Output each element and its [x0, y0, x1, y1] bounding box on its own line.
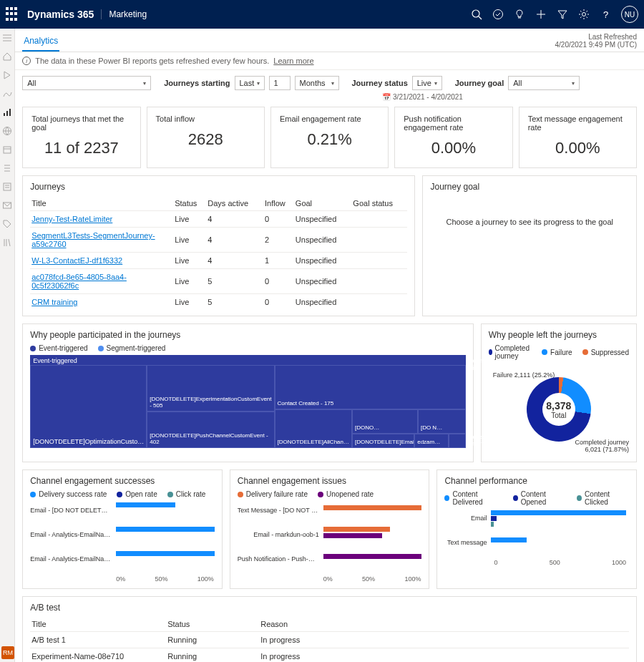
table-row[interactable]: A/B test 1RunningIn progress: [30, 632, 629, 648]
svg-rect-9: [9, 109, 11, 116]
donut-chart[interactable]: Failure 2,111 (25.2%) 8,378Total Complet…: [489, 363, 629, 456]
kpi-card: Total inflow2628: [147, 107, 265, 168]
tab-bar: Analytics: [15, 29, 644, 52]
search-icon[interactable]: [471, 9, 482, 20]
date-range: 📅 3/21/2021 - 4/20/2021: [201, 92, 644, 107]
svg-line-1: [479, 16, 482, 19]
table-row[interactable]: SegmentL3Tests-SegmentJourney-a59c2760Li…: [30, 228, 407, 253]
journeys-table: Title Status Days active Inflow Goal Goa…: [30, 196, 407, 310]
goal-panel-title: Journey goal: [430, 182, 629, 192]
filter-goal-dropdown[interactable]: All▾: [508, 76, 580, 90]
home-icon[interactable]: [2, 52, 12, 62]
journeys-panel: Journeys Title Status Days active Inflow…: [22, 175, 415, 316]
app-title: Dynamics 365: [27, 9, 94, 20]
journeys-title: Journeys: [30, 182, 407, 192]
info-text: The data in these Power BI reports gets …: [35, 57, 269, 65]
hamburger-icon[interactable]: [2, 33, 12, 43]
info-bar: i The data in these Power BI reports get…: [15, 52, 644, 70]
chevron-down-icon: ▾: [143, 80, 146, 87]
info-icon: i: [22, 57, 31, 65]
performance-panel: Channel performance Content Delivered Co…: [436, 469, 637, 589]
nav-rail: [0, 29, 15, 662]
filter-status-label: Journey status: [352, 79, 408, 87]
help-icon[interactable]: ?: [600, 9, 611, 20]
library-icon[interactable]: [2, 238, 12, 248]
table-row[interactable]: Experiment-Name-08e710RunningIn progress: [30, 648, 629, 663]
performance-chart[interactable]: Email Text message 05001000: [444, 510, 629, 566]
journey-link[interactable]: ac078fcd-8e65-4805-8aa4-0c5f23062f6c: [31, 273, 127, 290]
kpi-card: Total journeys that met the goal11 of 22…: [22, 107, 140, 168]
issues-chart[interactable]: Text Message - [DO NOT DEL… Email - mark…: [238, 502, 422, 583]
kpi-card: Push notification engagement rate0.00%: [394, 107, 512, 168]
svg-text:?: ?: [603, 9, 608, 20]
participated-panel: Why people participated in the journeys …: [22, 323, 474, 462]
form-icon[interactable]: [2, 182, 12, 192]
filter-status-dropdown[interactable]: Live▾: [412, 76, 442, 90]
list-icon[interactable]: [2, 163, 12, 173]
main-content: Last Refreshed 4/20/2021 9:49 PM (UTC) A…: [15, 29, 644, 662]
user-avatar[interactable]: NU: [621, 6, 638, 23]
journey-link[interactable]: W-L3-ContactEJ-df1f6332: [31, 256, 122, 265]
table-row[interactable]: ac078fcd-8e65-4805-8aa4-0c5f23062f6cLive…: [30, 269, 407, 294]
journey-icon[interactable]: [2, 89, 12, 99]
filters-row: All▾ Journeys starting Last▾ 1 Months▾ J…: [15, 70, 644, 92]
svg-rect-11: [4, 147, 11, 153]
journey-link[interactable]: Jenny-Test-RateLimiter: [31, 215, 112, 223]
svg-rect-8: [6, 111, 8, 116]
journey-goal-panel: Journey goal Choose a journey to see its…: [422, 175, 637, 316]
journey-link[interactable]: CRM training: [31, 298, 77, 306]
kpi-card: Email engagement rate0.21%: [270, 107, 389, 168]
table-row[interactable]: CRM trainingLive50Unspecified: [30, 294, 407, 311]
gear-icon[interactable]: [578, 9, 590, 20]
analytics-icon[interactable]: [2, 107, 12, 117]
app-launcher-icon[interactable]: [6, 7, 20, 21]
svg-rect-7: [4, 113, 5, 116]
kpi-row: Total journeys that met the goal11 of 22…: [15, 107, 644, 168]
filter-journeys-starting-label: Journeys starting: [164, 79, 230, 87]
task-icon[interactable]: [492, 9, 504, 20]
svg-point-5: [582, 13, 586, 16]
successes-chart[interactable]: Email - [DO NOT DELETE] L3 … Email - Ana…: [30, 502, 215, 583]
issues-panel: Channel engagement issues Delivery failu…: [230, 469, 430, 589]
table-row[interactable]: Jenny-Test-RateLimiterLive40Unspecified: [30, 211, 407, 228]
left-journeys-panel: Why people left the journeys Completed j…: [481, 323, 637, 462]
tag-icon[interactable]: [2, 219, 12, 229]
svg-point-2: [494, 10, 503, 19]
journey-link[interactable]: SegmentL3Tests-SegmentJourney-a59c2760: [31, 231, 155, 248]
filter-last-dropdown[interactable]: Last▾: [235, 76, 265, 90]
last-refreshed: Last Refreshed 4/20/2021 9:49 PM (UTC): [555, 33, 638, 49]
table-row[interactable]: W-L3-ContactEJ-df1f6332Live41Unspecified: [30, 253, 407, 269]
kpi-card: Text message engagement rate0.00%: [519, 107, 637, 168]
filter-all-dropdown[interactable]: All▾: [22, 76, 151, 90]
global-header: Dynamics 365 Marketing ? NU: [0, 0, 644, 29]
successes-panel: Channel engagement successes Delivery su…: [22, 469, 223, 589]
module-name: Marketing: [101, 9, 147, 19]
rm-badge[interactable]: RM: [1, 646, 14, 659]
filter-icon[interactable]: [557, 9, 568, 20]
abtest-table: Title Status Reason A/B test 1RunningIn …: [30, 617, 629, 662]
add-icon[interactable]: [535, 9, 547, 20]
filter-period-dropdown[interactable]: Months▾: [295, 76, 339, 90]
goal-empty-message: Choose a journey to see its progress to …: [430, 196, 629, 248]
svg-point-0: [472, 10, 479, 17]
calendar-icon[interactable]: [2, 145, 12, 155]
info-link[interactable]: Learn more: [273, 57, 313, 65]
lightbulb-icon[interactable]: [514, 9, 525, 20]
treemap-chart[interactable]: Event-triggered [DONOTDELETE]Optimizatio…: [30, 355, 466, 448]
mail-icon[interactable]: [2, 200, 12, 210]
filter-goal-label: Journey goal: [455, 79, 504, 87]
abtest-panel: A/B test Title Status Reason A/B test 1R…: [22, 596, 637, 662]
svg-rect-13: [4, 183, 11, 190]
filter-last-n[interactable]: 1: [269, 76, 291, 90]
play-icon[interactable]: [2, 70, 12, 80]
tab-analytics[interactable]: Analytics: [22, 33, 59, 52]
globe-icon[interactable]: [2, 126, 12, 136]
